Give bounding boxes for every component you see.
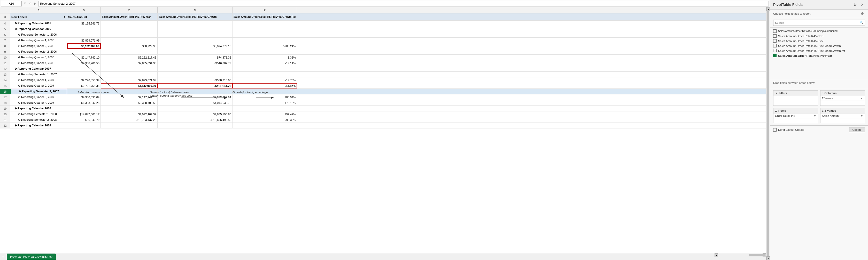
table-row[interactable]: 5 ⊕ Reporting Calendar 2006 [0,26,766,32]
cell[interactable]: ⊖ Reporting Calendar 2007 [10,66,67,71]
scroll-thumb-v[interactable] [767,11,769,256]
horizontal-scrollbar[interactable]: ◂ ▸ [715,253,766,260]
pivot-zone-item-dropdown[interactable]: ▼ [861,97,863,100]
cell[interactable]: ⊕ Reporting Semester 2, 2008 [10,117,67,122]
pivot-zone-rows-header: ☰ Rows [773,108,818,113]
scroll-up-button[interactable]: ▴ [767,7,770,11]
cell [101,38,158,43]
cell[interactable]: ⊕ Reporting Quarter 4, 2006 [10,60,67,66]
pivot-zone-rows[interactable]: ☰ Rows Order Retail445 ▼ [773,108,818,123]
cell[interactable]: ⊖ Reporting Semester 1, 2007 [10,72,67,77]
table-row-selected[interactable]: 16 ⊖ Reporting Semester 2, 2007 [0,89,766,95]
cell[interactable]: ⊕ Reporting Quarter 2, 2006 [10,43,67,49]
pivot-field-item[interactable]: Sales Amount-Order Retail445-RunningValu… [770,29,868,34]
pivot-zone-filters[interactable]: ▼ Filters [773,90,818,106]
table-row: 3 Row Labels ▼ Sales Amount Sales Amount… [0,13,766,21]
cell-ref-input[interactable]: A16 [1,1,22,6]
cell [101,49,158,54]
table-row[interactable]: 4 ⊕ Reporting Calendar 2005 $5,135,541.7… [0,21,766,26]
cell[interactable]: ⊖ Reporting Calendar 2008 [10,106,67,111]
table-row[interactable]: 9 ⊖ Reporting Semester 2, 2006 [0,49,766,55]
pivot-field-checkbox[interactable] [773,44,777,47]
cell[interactable]: ⊖ Reporting Semester 1, 2006 [10,32,67,37]
vertical-scrollbar[interactable]: ▴ ▾ [766,7,770,260]
pivot-zone-values-item[interactable]: Sales Amount ▼ [820,113,865,118]
cell[interactable]: ⊖ Reporting Calendar 2009 [10,123,67,128]
formula-input[interactable]: Reporting Semester 2, 2007 [38,1,769,6]
cell[interactable]: ⊕ Reporting Semester 1, 2008 [10,111,67,117]
cell[interactable]: ⊕ Reporting Quarter 2, 2007 [10,83,67,88]
values-icon: Σ [822,109,824,112]
scroll-thumb[interactable] [749,254,765,256]
pivot-field-checkbox[interactable] [773,39,777,43]
cell[interactable]: ⊖ Reporting Semester 2, 2006 [10,49,67,54]
pivot-zone-columns-label: Columns [824,91,836,95]
cell[interactable]: ⊕ Reporting Calendar 2006 [10,26,67,32]
cell[interactable]: ⊕ Reporting Quarter 3, 2007 [10,95,67,100]
pivot-field-item[interactable]: Sales Amount-Order Retail445-Next [770,34,868,38]
table-row[interactable]: 18 ⊕ Reporting Quarter 4, 2007 $6,353,34… [0,100,766,106]
function-icon[interactable]: fx [33,1,37,6]
cell[interactable]: ⊕ Reporting Quarter 1, 2007 [10,77,67,83]
table-row[interactable]: 22 ⊖ Reporting Calendar 2009 [0,123,766,128]
add-sheet-button[interactable]: + [0,254,6,260]
pivot-field-checkbox[interactable] [773,29,777,33]
col-header-b[interactable]: B [67,7,101,13]
table-row[interactable]: 7 ⊕ Reporting Quarter 1, 2006 $2,829,071… [0,38,766,43]
table-row[interactable]: 15 ⊕ Reporting Quarter 2, 2007 $2,721,75… [0,83,766,89]
scroll-down-button[interactable]: ▾ [767,256,770,260]
cancel-icon[interactable]: ✕ [23,1,27,6]
pivot-zone-rows-item[interactable]: Order Retail445 ▼ [773,113,818,118]
table-row[interactable]: 20 ⊕ Reporting Semester 1, 2008 $14,847,… [0,111,766,117]
cell[interactable]: ⊕ Reporting Quarter 3, 2006 [10,55,67,60]
cell[interactable]: ⊕ Reporting Quarter 1, 2006 [10,38,67,43]
pivot-gear-icon[interactable]: ⚙ [860,11,865,16]
scroll-left-button[interactable]: ◂ [715,253,718,257]
cell [101,106,158,111]
pivot-field-item[interactable]: Sales Amount-Order Retail445-Prev [770,38,868,43]
pivot-field-item-checked[interactable]: ✓ Sales Amount-Order Retail445-PrevYear [770,53,868,58]
table-row[interactable]: 19 ⊖ Reporting Calendar 2008 [0,106,766,111]
pivot-field-item[interactable]: Sales Amount-Order Retail445-PrevPeriodG… [770,43,868,48]
pivot-zone-values[interactable]: Σ Σ Values Sales Amount ▼ [820,108,865,123]
col-header-a[interactable]: A [10,7,67,13]
pivot-field-checkbox[interactable] [773,34,777,38]
cell [158,72,232,77]
row-num: 4 [0,21,10,26]
pivot-field-item[interactable]: Sales Amount-Order Retail445-PrevPeriodG… [770,48,868,53]
pivot-zone-values-item-dropdown[interactable]: ▼ [861,114,863,117]
col-header-e[interactable]: E [232,7,297,13]
cell[interactable]: ⊕ Reporting Quarter 4, 2007 [10,100,67,106]
cell[interactable]: ⊕ Reporting Calendar 2005 [10,21,67,26]
table-row[interactable]: 10 ⊕ Reporting Quarter 3, 2006 $2,147,74… [0,55,766,60]
cell-row-label[interactable]: Row Labels ▼ [10,13,67,21]
pivot-zone-rows-item-dropdown[interactable]: ▼ [814,114,816,117]
sheet-tab-active[interactable]: PrevYear, PrevYearGrowth(& Pct) [7,254,56,260]
cell-a16[interactable]: ⊖ Reporting Semester 2, 2007 [10,89,67,94]
pivot-update-button[interactable]: Update [849,127,865,132]
cell: $2,222,217.45 [101,55,158,60]
col-header-c[interactable]: C [101,7,158,13]
table-row[interactable]: 8 ⊕ Reporting Quarter 2, 2006 $3,132,909… [0,43,766,49]
table-row[interactable]: 17 ⊕ Reporting Quarter 3, 2007 $4,380,09… [0,95,766,100]
table-row[interactable]: 6 ⊖ Reporting Semester 1, 2006 [0,32,766,38]
pivot-field-checkbox-checked[interactable]: ✓ [773,54,777,57]
table-row[interactable]: 11 ⊕ Reporting Quarter 4, 2006 $2,308,70… [0,60,766,66]
pivot-settings-icon[interactable]: ⚙ [852,2,858,7]
table-row[interactable]: 21 ⊕ Reporting Semester 2, 2008 $66,940.… [0,117,766,123]
col-header-d[interactable]: D [158,7,232,13]
pivot-search-area: 🔍 [770,18,868,28]
pivot-close-icon[interactable]: ✕ [860,2,865,7]
confirm-icon[interactable]: ✓ [28,1,32,6]
pivot-zone-filters-header: ▼ Filters [773,90,818,96]
pivot-zone-columns-item[interactable]: Σ Values ▼ [820,96,865,101]
table-row[interactable]: 12 ⊖ Reporting Calendar 2007 [0,66,766,72]
pivot-zone-columns[interactable]: ≡ Columns Σ Values ▼ [820,90,865,106]
pivot-field-checkbox[interactable] [773,49,777,52]
pivot-search-input[interactable] [773,20,865,26]
pivot-defer-checkbox[interactable] [773,128,777,132]
table-row[interactable]: 13 ⊖ Reporting Semester 1, 2007 [0,72,766,77]
cell: -$74,475.35 [158,55,232,60]
scroll-track[interactable] [718,253,763,260]
table-row[interactable]: 14 ⊕ Reporting Quarter 1, 2007 $2,270,35… [0,77,766,83]
